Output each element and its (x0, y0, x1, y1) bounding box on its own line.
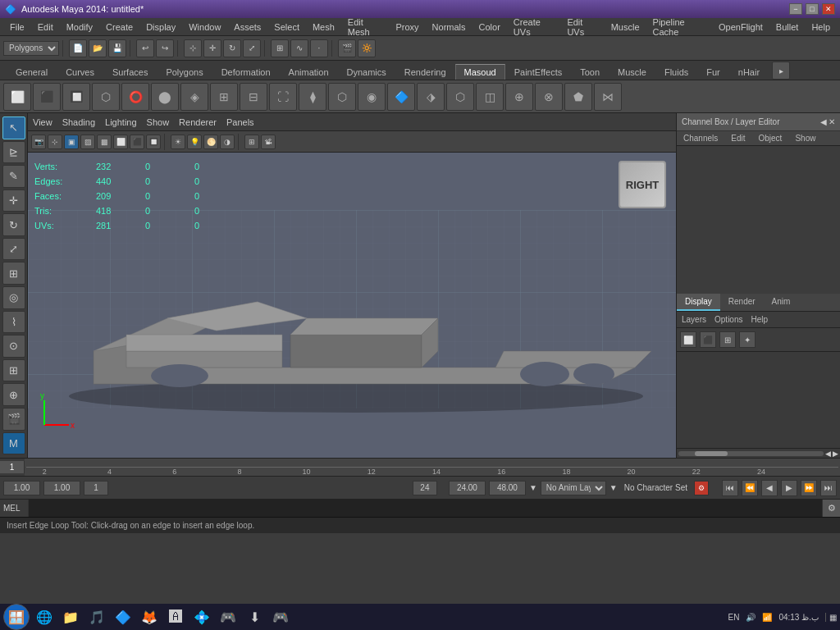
fps-input[interactable] (489, 481, 526, 495)
redo-button[interactable]: ↪ (156, 39, 174, 57)
layer-icon-2[interactable]: ⬛ (700, 331, 716, 348)
dropdown-arrow1[interactable]: ▼ (529, 483, 537, 492)
shelf-icon-4[interactable]: ⬡ (92, 83, 120, 111)
go-to-end-button[interactable]: ⏭ (820, 480, 837, 496)
rotate-tool[interactable]: ↻ (223, 39, 241, 57)
taskbar-app4[interactable]: 🎮 (217, 605, 240, 628)
shelf-icon-15[interactable]: ⬗ (417, 83, 445, 111)
mel-icon-button[interactable]: ⚙ (822, 500, 840, 517)
shelf-scroll-right[interactable]: ▸ (772, 62, 790, 80)
taskbar-ie[interactable]: 🌐 (33, 605, 56, 628)
sculpt-tool[interactable]: ⌇ (2, 311, 25, 334)
move-tool-left[interactable]: ✛ (2, 189, 25, 212)
scale-tool[interactable]: ⤢ (243, 39, 261, 57)
shelf-icon-5[interactable]: ⭕ (121, 83, 149, 111)
taskbar-sound-icon[interactable]: 🔊 (746, 613, 756, 622)
layer-scrollbar[interactable]: ◀ ▶ (677, 448, 840, 458)
menu-edit[interactable]: Edit (31, 21, 60, 34)
layer-tab-anim[interactable]: Anim (764, 294, 799, 311)
taskbar-app2[interactable]: 🅰 (164, 605, 187, 628)
cube-face-right[interactable]: RIGHT (619, 161, 666, 208)
shelf-tab-rendering[interactable]: Rendering (395, 64, 455, 80)
taskbar-media[interactable]: 🎵 (85, 605, 108, 628)
shelf-tab-animation[interactable]: Animation (280, 64, 338, 80)
dropdown-arrow2[interactable]: ▼ (609, 483, 618, 492)
menu-create-uvs[interactable]: Create UVs (507, 16, 561, 39)
layer-icon-4[interactable]: ✦ (739, 331, 756, 348)
menu-proxy[interactable]: Proxy (389, 21, 425, 34)
close-button[interactable]: ✕ (822, 3, 835, 15)
save-button[interactable]: 💾 (108, 39, 126, 57)
taskbar-show-desktop[interactable]: ▦ (825, 613, 837, 622)
vp-camera-icon[interactable]: 📽 (261, 135, 276, 149)
shelf-icon-7[interactable]: ◈ (180, 83, 208, 111)
mode-select[interactable]: Polygons (3, 41, 59, 56)
layer-icon-3[interactable]: ⊞ (719, 331, 736, 348)
shelf-tab-polygons[interactable]: Polygons (157, 64, 212, 80)
vp-shading2[interactable]: ▩ (97, 135, 112, 149)
layer-tab-display[interactable]: Display (677, 294, 720, 311)
minimize-button[interactable]: − (789, 3, 802, 15)
menu-select[interactable]: Select (267, 21, 306, 34)
3d-viewport[interactable]: Verts: 232 0 0 Edges: 440 0 0 Faces: 209… (28, 153, 676, 458)
menu-bullet[interactable]: Bullet (769, 21, 806, 34)
menu-window[interactable]: Window (182, 21, 227, 34)
shelf-tab-dynamics[interactable]: Dynamics (338, 64, 395, 80)
scroll-thumb[interactable] (695, 451, 728, 456)
shelf-icon-12[interactable]: ⬡ (328, 83, 356, 111)
channel-box-collapse[interactable]: ◀ (820, 117, 827, 126)
soft-mod[interactable]: ◎ (2, 286, 25, 309)
mel-input[interactable] (29, 500, 822, 517)
step-forward-button[interactable]: ⏩ (801, 480, 817, 496)
maximize-button[interactable]: □ (806, 3, 819, 15)
menu-muscle[interactable]: Muscle (605, 21, 646, 34)
vp-active-btn[interactable]: ▣ (64, 135, 79, 149)
menu-help[interactable]: Help (805, 21, 837, 34)
options-menu-item[interactable]: Options (714, 315, 742, 324)
shelf-tab-muscle[interactable]: Muscle (609, 64, 655, 80)
scroll-left-icon[interactable]: ◀ (825, 450, 831, 458)
vp-camera-btn[interactable]: 📷 (31, 135, 46, 149)
taskbar-firefox[interactable]: 🦊 (138, 605, 161, 628)
snap-view[interactable]: ⊕ (2, 383, 25, 406)
step-back-button[interactable]: ⏪ (742, 480, 758, 496)
time-end-input[interactable] (449, 481, 486, 495)
shelf-tab-fluids[interactable]: Fluids (655, 64, 697, 80)
shelf-icon-1[interactable]: ⬜ (3, 83, 31, 111)
taskbar-download[interactable]: ⬇ (243, 605, 266, 628)
shelf-tab-general[interactable]: General (7, 64, 57, 80)
vp-shaded[interactable]: ⬛ (130, 135, 144, 149)
shelf-tab-curves[interactable]: Curves (57, 64, 103, 80)
shelf-tab-surfaces[interactable]: Surfaces (103, 64, 157, 80)
vp-wireframe[interactable]: ⬜ (113, 135, 128, 149)
snap-grid[interactable]: ⊞ (271, 39, 289, 57)
shelf-tab-masoud[interactable]: Masoud (455, 64, 505, 80)
help-menu-item[interactable]: Help (751, 315, 768, 324)
new-scene-button[interactable]: 📄 (69, 39, 87, 57)
undo-button[interactable]: ↩ (136, 39, 154, 57)
vp-menu-panels[interactable]: Panels (226, 117, 254, 127)
timeline-ruler[interactable]: 2 4 6 8 10 12 14 16 18 20 22 24 (25, 459, 840, 476)
shelf-icon-2[interactable]: ⬛ (33, 83, 61, 111)
vp-menu-view[interactable]: View (33, 117, 52, 127)
anim-layer-select[interactable]: No Anim Layer (541, 481, 606, 495)
frame-start-input[interactable] (43, 481, 80, 495)
shelf-icon-9[interactable]: ⊟ (240, 83, 267, 111)
paint-select[interactable]: ✎ (2, 165, 25, 188)
shelf-tab-fur[interactable]: Fur (697, 64, 729, 80)
start-button[interactable]: 🪟 (3, 604, 30, 630)
vp-shading1[interactable]: ▨ (80, 135, 95, 149)
shelf-icon-11[interactable]: ⧫ (299, 83, 326, 111)
shelf-tab-deformation[interactable]: Deformation (212, 64, 280, 80)
menu-color[interactable]: Color (472, 21, 507, 34)
select-tool-left[interactable]: ↖ (2, 116, 25, 139)
scroll-right-icon[interactable]: ▶ (833, 450, 838, 458)
menu-edit-mesh[interactable]: Edit Mesh (341, 16, 390, 39)
menu-edit-uvs[interactable]: Edit UVs (560, 16, 604, 39)
current-frame-input[interactable] (84, 481, 108, 495)
shelf-icon-18[interactable]: ⊕ (505, 83, 533, 111)
layers-menu-item[interactable]: Layers (682, 315, 706, 324)
vp-menu-shading[interactable]: Shading (62, 117, 95, 127)
taskbar-network-icon[interactable]: 📶 (762, 613, 772, 622)
shelf-icon-10[interactable]: ⛶ (269, 83, 297, 111)
